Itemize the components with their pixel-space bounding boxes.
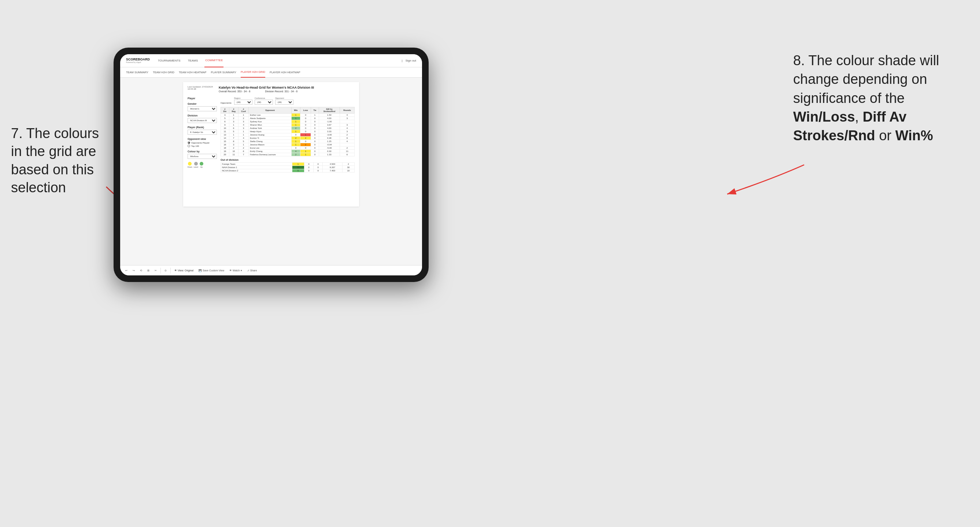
- left-panel: Player Gender Women's Division NCAA Divi…: [188, 97, 217, 173]
- division-section: Division NCAA Division III: [188, 114, 217, 123]
- sub-nav-player-h2h-heatmap[interactable]: PLAYER H2H HEATMAP: [270, 67, 301, 78]
- conference-filter: Conference (All): [255, 97, 273, 105]
- table-row: Foreign Team 1 0 0 4.500 2: [221, 163, 355, 166]
- nav-bar: SCOREBOARD Powered by clippd TOURNAMENTS…: [120, 54, 422, 67]
- tablet-frame: SCOREBOARD Powered by clippd TOURNAMENTS…: [114, 48, 429, 282]
- table-row: 20117 Federica Domecq Lacroze 2 1 0 1.33…: [221, 153, 355, 156]
- table-row: 1631 Jessica Mason 1 2 0 -0.94: [221, 143, 355, 146]
- main-content: Last Updated: 27/03/2024 16:55:38 Kately…: [120, 78, 422, 265]
- copy-btn[interactable]: ⊞: [146, 268, 151, 273]
- scissors-btn[interactable]: ✂: [153, 268, 158, 273]
- right-arrow: [698, 157, 808, 202]
- nav-tournaments[interactable]: TOURNAMENTS: [157, 54, 181, 67]
- sub-nav-player-h2h-grid[interactable]: PLAYER H2H GRID: [241, 67, 265, 78]
- last-updated: Last Updated: 27/03/2024 16:55:38: [188, 86, 213, 95]
- nav-teams[interactable]: TEAMS: [187, 54, 199, 67]
- table-row: 311 Esther Lee 1 0 1 1.50 4: [221, 114, 355, 117]
- right-annotation: 8. The colour shade will change dependin…: [793, 51, 962, 145]
- col-conf: #Conf: [238, 107, 248, 114]
- table-row: 1151 Heejo Hyun 1 0 0 3.33 3: [221, 130, 355, 133]
- sub-nav-team-h2h-grid[interactable]: TEAM H2H GRID: [153, 67, 174, 78]
- table-row: 914 Sharon Mun 1 0 0 3.67 3: [221, 124, 355, 127]
- opponent-filter: Opponent (All): [275, 97, 293, 105]
- col-div: #Div: [221, 107, 229, 114]
- table-row: NAIA Division 1 15 0 0 9.267 30: [221, 166, 355, 169]
- save-custom-btn[interactable]: 💾 Save Custom View: [197, 268, 226, 273]
- logo: SCOREBOARD Powered by clippd: [126, 58, 150, 63]
- legend-down: Down: [188, 162, 192, 168]
- region-filter: Region (All): [234, 97, 253, 105]
- sign-out-link[interactable]: Sign out: [406, 59, 416, 62]
- nav-committee[interactable]: COMMITTEE: [204, 54, 223, 67]
- report-title: Katelyn Vo Head-to-Head Grid for Women's…: [219, 86, 355, 89]
- toolbar-divider-1: [161, 268, 161, 273]
- watch-btn[interactable]: 👁 Watch ▾: [228, 268, 243, 273]
- legend-level: Level: [194, 162, 198, 168]
- share-icon: ⤢: [247, 269, 250, 272]
- top100-radio-dot: [188, 144, 190, 147]
- sub-nav-player-summary[interactable]: PLAYER SUMMARY: [211, 67, 236, 78]
- report-records: Overall Record: 353 - 34 - 6 Division Re…: [219, 90, 355, 93]
- table-row: 1822 Euna Lee 0 0 0 -5.00 2: [221, 146, 355, 150]
- col-tie: Tie: [311, 107, 319, 114]
- player-section: Player: [188, 97, 217, 100]
- table-row: 1311 Jessica Huang 0 1 0 -3.00 2: [221, 133, 355, 137]
- share-btn[interactable]: ⤢ Share: [246, 268, 259, 273]
- redo-btn[interactable]: ↪: [131, 268, 136, 273]
- table-row: 1585 Stella Cheng 1 0 0 1.25 4: [221, 140, 355, 143]
- col-reg: #Reg: [229, 107, 238, 114]
- sub-nav-team-summary[interactable]: TEAM SUMMARY: [126, 67, 148, 78]
- out-of-division-header: Out of division: [221, 159, 355, 161]
- region-select[interactable]: (All): [234, 100, 253, 105]
- table-row: NCAA Division 2 5 0 0 7.400 10: [221, 169, 355, 173]
- table-row: 522 Alexis Sudjianto 1 0 0 4.00 3: [221, 117, 355, 120]
- report-container: Last Updated: 27/03/2024 16:55:38 Kately…: [183, 82, 359, 206]
- table-row: 633 Sydney Kuo 1 0 0 -1.00: [221, 120, 355, 124]
- opponent-select[interactable]: (All): [275, 100, 293, 105]
- clock-btn[interactable]: ⊙: [163, 268, 168, 273]
- player-rank-section: Player (Rank) 8. Katelyn Vo: [188, 126, 217, 135]
- col-win: Win: [291, 107, 301, 114]
- gender-select[interactable]: Women's: [188, 106, 217, 111]
- legend: Down Level Up: [188, 162, 217, 168]
- opponents-played-radio-dot: [188, 141, 190, 144]
- out-of-division-table: Foreign Team 1 0 0 4.500 2 NAIA Division…: [221, 162, 355, 173]
- col-rounds: Rounds: [340, 107, 354, 114]
- right-panel: Opponents: Region (All) Conference (: [221, 97, 355, 173]
- col-opponent: Opponent: [249, 107, 291, 114]
- colour-by-select[interactable]: Win/loss: [188, 154, 217, 159]
- col-diff: Diff AvStrokes/Rnd: [319, 107, 340, 114]
- toolbar-divider-2: [170, 268, 171, 273]
- toolbar: ↩ ↪ ⟲ ⊞ ✂ ⊙ 👁 View: Original 💾 Save Cust…: [120, 265, 422, 275]
- filters-row: Opponents: Region (All) Conference (: [221, 97, 355, 105]
- main-data-table: #Div #Reg #Conf Opponent Win Loss Tie Di…: [221, 107, 355, 156]
- nav-right: | Sign out: [402, 59, 416, 62]
- player-rank-select[interactable]: 8. Katelyn Vo: [188, 130, 217, 135]
- sub-nav-team-h2h-heatmap[interactable]: TEAM H2H HEATMAP: [179, 67, 207, 78]
- step-back-btn[interactable]: ⟲: [138, 268, 143, 273]
- undo-btn[interactable]: ↩: [124, 268, 129, 273]
- division-select[interactable]: NCAA Division III: [188, 118, 217, 123]
- watch-icon: 👁: [229, 269, 232, 272]
- view-original-btn[interactable]: 👁 View: Original: [173, 268, 195, 273]
- left-annotation: 7. The colours in the grid are based on …: [11, 124, 106, 197]
- legend-up: Up: [200, 162, 203, 168]
- colour-by-section: Colour by Win/loss: [188, 150, 217, 159]
- top100-radio[interactable]: Top 100: [188, 144, 217, 147]
- table-row: 1063 Andrea York 2 0 0 4.00 4: [221, 127, 355, 130]
- save-icon: 💾: [199, 269, 202, 272]
- eye-icon: 👁: [174, 269, 177, 272]
- opponent-view-section: Opponent view Opponents Played Top 100: [188, 138, 217, 147]
- table-row: 19106 Emily Chang 4 1 0 0.30 11: [221, 150, 355, 153]
- gender-section: Gender Women's: [188, 103, 217, 111]
- col-loss: Loss: [301, 107, 311, 114]
- table-row: 1474 Eunice Yi 2 2 0 0.38 9: [221, 137, 355, 140]
- conference-select[interactable]: (All): [255, 100, 273, 105]
- sub-nav: TEAM SUMMARY TEAM H2H GRID TEAM H2H HEAT…: [120, 67, 422, 78]
- content-layout: Player Gender Women's Division NCAA Divi…: [188, 97, 355, 173]
- opponents-played-radio[interactable]: Opponents Played: [188, 141, 217, 144]
- tablet-screen: SCOREBOARD Powered by clippd TOURNAMENTS…: [120, 54, 422, 275]
- nav-items: TOURNAMENTS TEAMS COMMITTEE: [157, 54, 402, 67]
- report-header: Last Updated: 27/03/2024 16:55:38 Kately…: [188, 86, 355, 95]
- opponents-label: Opponents:: [221, 102, 232, 105]
